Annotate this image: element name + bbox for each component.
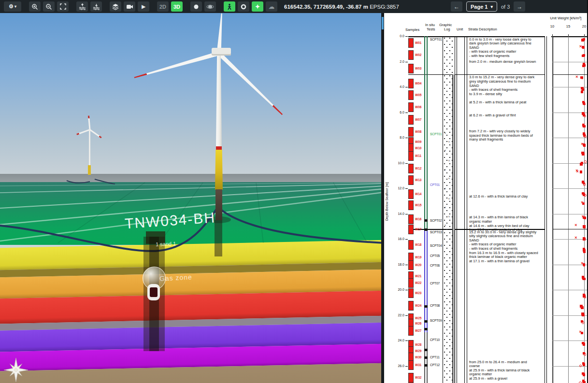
mode-2d-button[interactable]: 2D [157,1,169,12]
sample-block [408,164,414,173]
chart-point [580,170,583,173]
depth-tick-mark [405,113,408,113]
borehole-log-page[interactable]: Samples In situ Tests Graphic Log Unit S… [384,13,588,383]
focus-button[interactable] [238,1,249,12]
depth-tick-mark [405,62,408,62]
graphic-log-vmark: v [445,206,446,209]
raise-water-button[interactable] [76,1,88,12]
strata-description-text: 0.0 m to 3.0 m - very loose dark grey to… [469,38,543,58]
test-node-marker [424,364,428,367]
sample-label: W04 [415,82,421,85]
sphere-icon [193,3,200,10]
first-person-button[interactable] [224,1,235,12]
coordinates-value: 616542.35, 7172659.49, -36.87 m [284,4,368,10]
play-icon: ▶ [142,4,145,9]
depth-tick-label: 0.0 [393,34,404,38]
graphic-log-vmark: v [448,140,450,143]
chart-vgridline [568,36,569,383]
test-label: CPT11 [430,355,440,359]
sample-block [408,79,414,88]
sample-block [408,288,414,298]
chart-point: × [574,224,577,227]
prev-page-button[interactable]: ← [451,1,462,12]
chart-point: × [574,236,577,239]
sample-label: W16 [415,217,421,221]
graphic-log-vmark: v [445,187,446,190]
sample-block [408,301,414,311]
test-track-line [424,229,425,332]
page-select[interactable]: Page 1 ▾ [466,1,497,12]
layers-button[interactable] [110,1,121,12]
sample-label: W06 [415,105,421,109]
sample-label: W29 [415,349,421,353]
depth-tick-label: 14.0 [393,212,404,215]
sample-label: W11 [415,154,421,157]
strata-description-text: from 2.0 m - medium dense greyish brown [469,60,543,64]
next-page-button[interactable]: → [514,1,525,12]
depth-tick-mark [405,315,408,316]
coordinate-readout: 616542.35, 7172659.49, -36.87 m EPSG:385… [284,4,399,10]
zoom-out-button[interactable] [43,1,55,12]
sample-capsule-marker[interactable] [147,284,160,300]
mode-3d-button[interactable]: 3D [171,1,183,12]
zoom-in-icon [31,3,38,10]
orbit-button[interactable] [204,1,216,12]
effects-button[interactable]: ✦ [252,1,263,12]
graphic-log-vmark: v [448,215,450,218]
log-canvas: 0.02.04.06.08.010.012.014.016.018.020.02… [384,13,588,383]
play-button[interactable]: ▶ [138,1,149,12]
chart-point [582,202,585,205]
sample-label: W22 [415,281,421,284]
strata-description-text: from 25.0 m to 26.4 m - medium and coars… [469,360,543,381]
fit-view-button[interactable] [57,1,69,12]
sphere-button[interactable] [190,1,202,12]
graphic-log-vmark: v [445,224,446,227]
graphic-log-gray-strip [452,74,455,383]
chart-point [583,381,586,383]
chart-point [582,153,585,156]
page-count-label: of 3 [501,4,510,10]
sample-block [408,151,414,161]
pane-divider[interactable] [381,13,384,383]
depth-tick-mark [405,36,408,37]
chart-point [584,135,587,138]
chart-x-tick-label: 20 [580,24,588,28]
depth-tick-mark [405,265,408,265]
camera-button[interactable] [124,1,135,12]
test-track-line [427,229,428,332]
chart-point [582,314,585,317]
sample-label: W10 [415,146,421,150]
depth-tick-label: 22.0 [393,313,404,317]
test-label: CPT05 [430,254,440,257]
sample-label: W13 [415,178,421,182]
test-label: SCPT01 [430,132,442,136]
scene-3d-viewport[interactable]: TNW034-BH 1 sand 1 Gas zone [0,13,384,383]
turbine-nacelle [212,48,231,56]
sample-label: W23 [415,291,421,295]
test-label: CPT12 [430,363,440,367]
lower-water-button[interactable] [90,1,102,12]
compass-rose[interactable] [3,357,29,383]
chart-point [583,125,586,128]
strata-description-text: at 12.6 m - with a thick lamina of clay [469,195,543,199]
settings-button[interactable]: ⚙ ▾ [4,1,21,12]
zoom-in-button[interactable] [29,1,41,12]
strata-description-text: at 6.2 m - with a gravel of flint [469,113,543,118]
weather-button[interactable]: ☁ [266,1,277,12]
chart-point: × [575,75,578,78]
chevron-down-icon: ▾ [14,4,16,9]
chart-point [582,65,585,68]
chart-point [583,183,586,186]
sample-block [408,127,414,137]
sample-block [408,360,414,370]
sample-label: W20 [415,263,421,267]
sample-label: W08 [415,130,421,133]
sample-label: W32 [415,376,421,379]
sample-label: W18 [415,243,421,246]
chart-point [584,160,587,163]
chart-point [580,163,583,166]
chart-point [581,39,584,42]
test-label: CPT08 [430,304,440,307]
test-label: CPT10 [430,338,440,341]
chart-hgridline [553,138,588,138]
